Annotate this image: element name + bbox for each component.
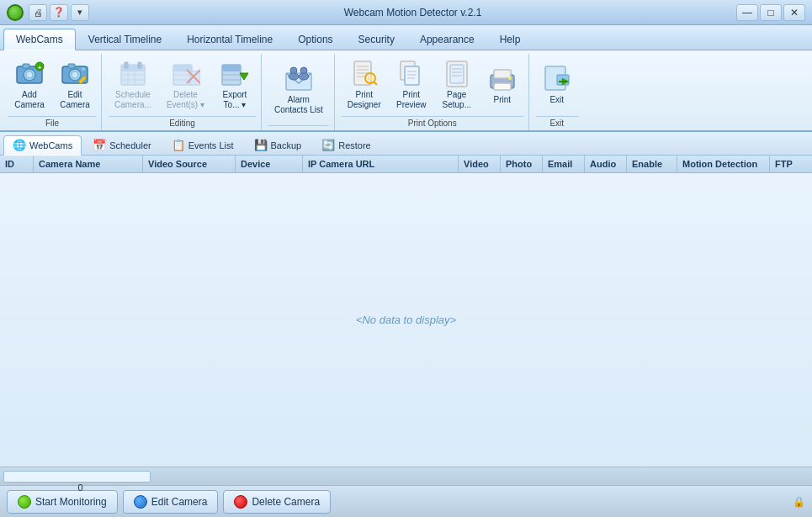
page-setup-button[interactable]: PageSetup... <box>436 54 478 114</box>
tab-vertical-timeline[interactable]: Vertical Timeline <box>76 28 174 50</box>
exit-group-label: Exit <box>536 116 578 130</box>
delete-events-icon <box>170 58 200 88</box>
sec-tab-backup[interactable]: 💾 Backup <box>245 135 311 155</box>
tab-help[interactable]: Help <box>487 28 533 50</box>
add-camera-icon: + <box>14 58 45 88</box>
start-monitoring-button[interactable]: Start Monitoring <box>7 490 118 514</box>
print-preview-button[interactable]: PrintPreview <box>390 54 433 114</box>
ribbon-group-print: PrintDesigner PrintPreview <box>337 54 529 130</box>
exit-button[interactable]: Exit <box>536 59 578 109</box>
print-icon-ribbon <box>487 63 517 93</box>
alarm-contacts-label: AlarmContacts List <box>274 95 323 115</box>
delete-camera-button[interactable]: Delete Camera <box>223 490 331 514</box>
col-photo[interactable]: Photo <box>501 156 543 172</box>
svg-rect-15 <box>125 62 128 68</box>
tab-webcams[interactable]: WebCams <box>3 29 76 50</box>
edit-camera-bottom-button[interactable]: Edit Camera <box>123 490 219 514</box>
editing-group-label: Editing <box>109 116 256 130</box>
sec-tab-restore[interactable]: 🔄 Restore <box>312 135 380 155</box>
webcams-tab-icon: 🌐 <box>13 139 26 151</box>
svg-rect-57 <box>494 70 511 78</box>
title-bar: 🖨 ❓ ▾ Webcam Motion Detector v.2.1 — □ ✕ <box>0 0 812 25</box>
delete-events-label: DeleteEvent(s) ▾ <box>167 90 204 110</box>
tab-options[interactable]: Options <box>285 28 345 50</box>
delete-camera-icon <box>234 495 247 509</box>
scheduler-tab-label: Scheduler <box>109 140 151 150</box>
tab-appearance[interactable]: Appearance <box>407 28 487 50</box>
minimize-button[interactable]: — <box>736 4 758 21</box>
events-list-tab-icon: 📋 <box>172 139 185 151</box>
print-preview-icon <box>396 58 427 88</box>
page-setup-label: PageSetup... <box>443 90 471 110</box>
dropdown-icon[interactable]: ▾ <box>71 4 89 21</box>
col-video-source[interactable]: Video Source <box>143 156 236 172</box>
tab-security[interactable]: Security <box>346 28 407 50</box>
ribbon-group-file: + AddCamera EditCam <box>3 54 102 130</box>
print-group-buttons: PrintDesigner PrintPreview <box>342 54 523 116</box>
col-ip-camera-url[interactable]: IP Camera URL <box>303 156 459 172</box>
alarm-group-buttons: AlarmContacts List <box>268 54 329 125</box>
col-motion-detection[interactable]: Motion Detection <box>677 156 770 172</box>
alarm-contacts-icon <box>284 63 314 93</box>
col-id[interactable]: ID <box>0 156 34 172</box>
export-to-button[interactable]: ExportTo... ▾ <box>214 54 256 114</box>
ribbon-group-alarm: AlarmContacts List <box>263 54 335 130</box>
svg-rect-29 <box>222 65 241 71</box>
sec-tab-scheduler[interactable]: 📅 Scheduler <box>83 135 161 155</box>
export-to-icon <box>220 58 250 88</box>
col-ftp[interactable]: FTP <box>770 156 812 172</box>
help-icon[interactable]: ❓ <box>50 4 68 21</box>
alarm-contacts-button[interactable]: AlarmContacts List <box>268 59 329 119</box>
add-camera-label: AddCamera <box>14 90 45 110</box>
ribbon-tabs: WebCams Vertical Timeline Horizontal Tim… <box>0 25 812 50</box>
page-setup-icon <box>442 58 472 88</box>
print-icon[interactable]: 🖨 <box>29 4 47 21</box>
print-designer-label: PrintDesigner <box>348 90 381 110</box>
schedule-cameras-icon <box>118 58 148 88</box>
delete-camera-label: Delete Camera <box>252 496 320 508</box>
ribbon-group-exit: Exit Exit <box>531 54 583 130</box>
col-enable[interactable]: Enable <box>627 156 677 172</box>
edit-camera-button[interactable]: EditCamera <box>54 54 96 114</box>
start-monitoring-icon <box>18 495 31 509</box>
editing-group-buttons: ScheduleCamera... DeleteEvent(s) ▾ <box>109 54 256 116</box>
svg-rect-52 <box>450 65 464 83</box>
title-bar-icons: 🖨 ❓ ▾ <box>29 4 89 21</box>
col-audio[interactable]: Audio <box>585 156 627 172</box>
svg-point-9 <box>72 71 78 78</box>
schedule-cameras-button[interactable]: ScheduleCamera... <box>109 54 157 114</box>
start-monitoring-label: Start Monitoring <box>35 496 107 508</box>
col-email[interactable]: Email <box>543 156 585 172</box>
status-number: 0 <box>7 483 154 493</box>
sec-tab-events-list[interactable]: 📋 Events List <box>162 135 243 155</box>
no-data-message: <No data to display> <box>356 314 456 326</box>
window-controls: — □ ✕ <box>736 4 805 21</box>
delete-events-button[interactable]: DeleteEvent(s) ▾ <box>161 54 210 114</box>
svg-rect-47 <box>405 66 419 85</box>
maximize-button[interactable]: □ <box>760 4 782 21</box>
exit-label: Exit <box>549 95 564 105</box>
tab-horizontal-timeline[interactable]: Horizontal Timeline <box>174 28 285 50</box>
exit-group-buttons: Exit <box>536 54 578 116</box>
ribbon-group-editing: ScheduleCamera... DeleteEvent(s) ▾ <box>103 54 262 130</box>
file-group-label: File <box>8 116 96 130</box>
add-camera-button[interactable]: + AddCamera <box>8 54 50 114</box>
bottom-right-spacer: 🔒 <box>793 496 805 508</box>
exit-icon <box>542 63 572 93</box>
svg-rect-22 <box>173 65 192 71</box>
col-video[interactable]: Video <box>459 156 501 172</box>
print-designer-icon <box>349 58 379 88</box>
scheduler-tab-icon: 📅 <box>93 139 106 151</box>
progress-bar-container <box>3 471 151 483</box>
sec-tab-webcams[interactable]: 🌐 WebCams <box>3 135 82 156</box>
title-bar-left: 🖨 ❓ ▾ <box>7 4 89 21</box>
table-header: ID Camera Name Video Source Device IP Ca… <box>0 156 812 173</box>
col-device[interactable]: Device <box>236 156 303 172</box>
col-camera-name[interactable]: Camera Name <box>34 156 143 172</box>
svg-point-37 <box>299 73 309 80</box>
print-designer-button[interactable]: PrintDesigner <box>342 54 387 114</box>
svg-line-45 <box>374 82 377 85</box>
print-button[interactable]: Print <box>481 59 523 109</box>
restore-tab-icon: 🔄 <box>321 139 335 151</box>
close-button[interactable]: ✕ <box>783 4 805 21</box>
